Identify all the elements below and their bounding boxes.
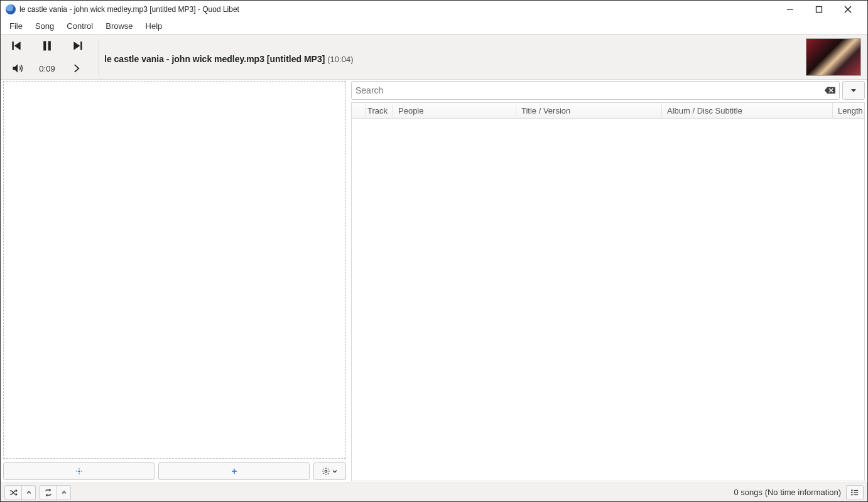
menu-browse[interactable]: Browse (99, 18, 139, 34)
statusbar: 0 songs (No time information) (1, 483, 867, 501)
svg-rect-7 (854, 489, 858, 490)
maximize-button[interactable] (805, 1, 833, 18)
now-playing-title: le castle vania - john wick medley.mp3 [… (104, 54, 325, 64)
tracklist[interactable] (351, 119, 865, 481)
divider (99, 40, 99, 75)
col-length[interactable]: Length (833, 103, 864, 118)
svg-point-10 (851, 494, 852, 495)
minimize-button[interactable] (776, 1, 805, 18)
titlebar: le castle vania - john wick medley.mp3 [… (1, 1, 867, 18)
pause-button[interactable] (35, 35, 60, 57)
search-options-button[interactable] (842, 81, 865, 100)
repeat-button[interactable] (40, 485, 57, 500)
seek-forward-button[interactable] (64, 57, 89, 80)
library-pane[interactable] (3, 81, 346, 459)
left-pane (1, 80, 347, 483)
list-icon (850, 488, 859, 497)
svg-rect-1 (816, 7, 822, 13)
now-playing[interactable]: le castle vania - john wick medley.mp3 [… (104, 50, 806, 64)
player-bar: 0:09 le castle vania - john wick medley.… (1, 35, 867, 80)
svg-rect-11 (854, 494, 858, 494)
previous-button[interactable] (4, 35, 29, 57)
chevron-up-icon (26, 489, 32, 496)
menu-help[interactable]: Help (139, 18, 169, 34)
settings-button[interactable] (313, 462, 346, 480)
menu-control[interactable]: Control (60, 18, 99, 34)
triangle-down-icon (850, 87, 857, 94)
volume-button[interactable] (5, 57, 30, 80)
menu-file[interactable]: File (3, 18, 29, 34)
menu-song[interactable]: Song (29, 18, 60, 34)
window-title: le castle vania - john wick medley.mp3 [… (19, 5, 239, 14)
gear-icon (322, 467, 330, 476)
plus-icon (231, 467, 238, 475)
shuffle-icon (9, 488, 18, 497)
next-button[interactable] (65, 35, 90, 57)
svg-rect-3 (48, 41, 51, 51)
search-input[interactable] (355, 85, 824, 95)
album-art[interactable] (806, 38, 861, 76)
search-box[interactable] (351, 81, 840, 100)
svg-point-6 (851, 489, 852, 491)
col-title[interactable]: Title / Version (516, 103, 662, 118)
col-playing[interactable] (352, 103, 366, 118)
svg-rect-9 (854, 492, 858, 493)
now-playing-duration: (10:04) (327, 55, 353, 64)
col-album[interactable]: Album / Disc Subtitle (662, 103, 833, 118)
menubar: File Song Control Browse Help (1, 18, 867, 35)
repeat-icon (44, 488, 53, 497)
chevron-down-icon (332, 468, 338, 474)
target-icon (75, 467, 83, 475)
add-button[interactable] (158, 462, 310, 480)
tracklist-header: Track People Title / Version Album / Dis… (351, 102, 865, 119)
svg-rect-0 (787, 9, 793, 10)
chevron-up-icon (61, 489, 67, 496)
add-location-button[interactable] (3, 462, 155, 480)
svg-point-4 (78, 471, 80, 473)
clear-search-icon[interactable] (824, 86, 835, 95)
repeat-menu-button[interactable] (57, 485, 71, 500)
svg-point-8 (851, 491, 852, 493)
status-text: 0 songs (No time information) (734, 488, 841, 497)
shuffle-button[interactable] (4, 485, 22, 500)
svg-point-5 (325, 470, 327, 473)
elapsed-time[interactable]: 0:09 (39, 64, 55, 73)
queue-button[interactable] (846, 485, 864, 500)
main-area: Track People Title / Version Album / Dis… (1, 80, 867, 483)
svg-rect-2 (43, 41, 46, 51)
close-button[interactable] (833, 1, 862, 18)
col-people[interactable]: People (393, 103, 516, 118)
shuffle-menu-button[interactable] (22, 485, 36, 500)
app-icon (6, 4, 16, 14)
col-track[interactable]: Track (366, 103, 393, 118)
right-pane: Track People Title / Version Album / Dis… (351, 80, 867, 483)
